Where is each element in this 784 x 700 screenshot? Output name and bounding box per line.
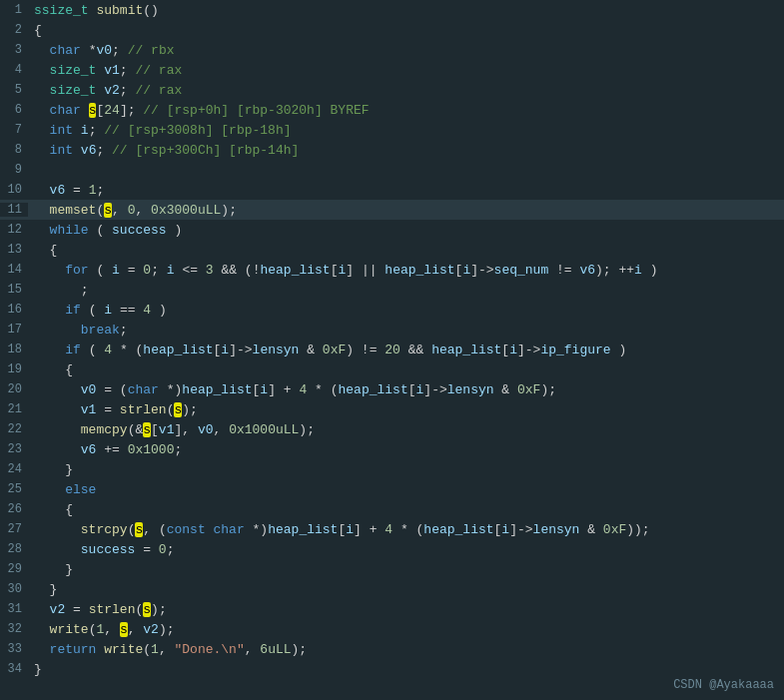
line-number: 22	[0, 422, 28, 436]
line-content: {	[28, 23, 784, 38]
line-number: 29	[0, 562, 28, 576]
line-content: v1 = strlen(s);	[28, 402, 784, 417]
code-line: 6 char s[24]; // [rsp+0h] [rbp-3020h] BY…	[0, 100, 784, 120]
line-content: else	[28, 482, 784, 497]
line-number: 32	[0, 622, 28, 636]
code-line: 34 }	[0, 659, 784, 679]
line-number: 9	[0, 163, 28, 177]
line-number: 2	[0, 23, 28, 37]
line-number: 18	[0, 343, 28, 356]
line-content: }	[28, 662, 784, 677]
code-line: 21 v1 = strlen(s);	[0, 399, 784, 419]
line-number: 8	[0, 143, 28, 157]
code-line: 25 else	[0, 479, 784, 499]
line-content: v6 = 1;	[28, 183, 784, 198]
line-content: int i; // [rsp+3008h] [rbp-18h]	[28, 123, 784, 138]
line-content: memset(s, 0, 0x3000uLL);	[28, 203, 784, 218]
code-line: 31 v2 = strlen(s);	[0, 599, 784, 619]
line-content: size_t v2; // rax	[28, 83, 784, 98]
code-line: 24 }	[0, 459, 784, 479]
line-number: 33	[0, 642, 28, 656]
line-number: 20	[0, 382, 28, 396]
line-number: 3	[0, 43, 28, 57]
code-line: 20 v0 = (char *)heap_list[i] + 4 * (heap…	[0, 379, 784, 399]
line-content: return write(1, "Done.\n", 6uLL);	[28, 642, 784, 657]
line-content	[28, 163, 784, 178]
line-content: v0 = (char *)heap_list[i] + 4 * (heap_li…	[28, 382, 784, 397]
line-content: for ( i = 0; i <= 3 && (!heap_list[i] ||…	[28, 263, 784, 278]
code-line: 17 break;	[0, 320, 784, 340]
code-line: 1 ssize_t submit()	[0, 0, 784, 20]
line-content: if ( i == 4 )	[28, 303, 784, 318]
line-content: strcpy(s, (const char *)heap_list[i] + 4…	[28, 522, 784, 537]
line-content: v6 += 0x1000;	[28, 442, 784, 457]
line-content: while ( success )	[28, 223, 784, 238]
line-content: v2 = strlen(s);	[28, 602, 784, 617]
code-line: 18 if ( 4 * (heap_list[i]->lensyn & 0xF)…	[0, 340, 784, 359]
code-line: 13 {	[0, 240, 784, 260]
code-line: 15 ;	[0, 280, 784, 300]
line-content: {	[28, 362, 784, 377]
line-number: 6	[0, 103, 28, 117]
line-number: 30	[0, 582, 28, 596]
code-line: 26 {	[0, 499, 784, 519]
line-number: 23	[0, 442, 28, 456]
code-line: 33 return write(1, "Done.\n", 6uLL);	[0, 639, 784, 659]
line-number: 4	[0, 63, 28, 77]
line-content: }	[28, 462, 784, 477]
code-line: 10 v6 = 1;	[0, 180, 784, 200]
line-number: 11	[0, 203, 28, 217]
line-number: 13	[0, 243, 28, 257]
line-number: 14	[0, 263, 28, 277]
code-line: 8 int v6; // [rsp+300Ch] [rbp-14h]	[0, 140, 784, 160]
code-line: 19 {	[0, 359, 784, 379]
line-number: 21	[0, 402, 28, 416]
line-number: 17	[0, 323, 28, 337]
code-line: 22 memcpy(&s[v1], v0, 0x1000uLL);	[0, 419, 784, 439]
line-number: 24	[0, 462, 28, 476]
line-number: 31	[0, 602, 28, 616]
line-content: memcpy(&s[v1], v0, 0x1000uLL);	[28, 422, 784, 437]
line-content: }	[28, 562, 784, 577]
code-line: 30 }	[0, 579, 784, 599]
line-number: 26	[0, 502, 28, 516]
code-line: 9	[0, 160, 784, 180]
code-line: 12 while ( success )	[0, 220, 784, 240]
line-number: 25	[0, 482, 28, 496]
line-content: char s[24]; // [rsp+0h] [rbp-3020h] BYRE…	[28, 103, 784, 118]
line-content: size_t v1; // rax	[28, 63, 784, 78]
line-content: write(1, s, v2);	[28, 622, 784, 637]
code-line: 32 write(1, s, v2);	[0, 619, 784, 639]
line-content: ;	[28, 283, 784, 298]
code-line: 7 int i; // [rsp+3008h] [rbp-18h]	[0, 120, 784, 140]
line-number: 10	[0, 183, 28, 197]
line-number: 7	[0, 123, 28, 137]
line-content: success = 0;	[28, 542, 784, 557]
code-line: 5 size_t v2; // rax	[0, 80, 784, 100]
line-content: int v6; // [rsp+300Ch] [rbp-14h]	[28, 143, 784, 158]
line-content: ssize_t submit()	[28, 3, 784, 18]
line-content: char *v0; // rbx	[28, 43, 784, 58]
code-line: 4 size_t v1; // rax	[0, 60, 784, 80]
line-number: 28	[0, 542, 28, 556]
line-content: break;	[28, 323, 784, 338]
line-content: {	[28, 502, 784, 517]
code-line: 29 }	[0, 559, 784, 579]
code-line: 27 strcpy(s, (const char *)heap_list[i] …	[0, 519, 784, 539]
line-number: 16	[0, 303, 28, 317]
line-number: 19	[0, 362, 28, 376]
code-line: 11 memset(s, 0, 0x3000uLL);	[0, 200, 784, 220]
code-line: 3 char *v0; // rbx	[0, 40, 784, 60]
line-number: 15	[0, 283, 28, 297]
code-container: 1 ssize_t submit() 2 { 3 char *v0; // rb…	[0, 0, 784, 700]
line-content: if ( 4 * (heap_list[i]->lensyn & 0xF) !=…	[28, 343, 784, 357]
code-line: 23 v6 += 0x1000;	[0, 439, 784, 459]
line-number: 5	[0, 83, 28, 97]
line-number: 27	[0, 522, 28, 536]
line-content: }	[28, 582, 784, 597]
code-line: 28 success = 0;	[0, 539, 784, 559]
code-line: 16 if ( i == 4 )	[0, 300, 784, 320]
line-content: {	[28, 243, 784, 258]
watermark: CSDN @Ayakaaaa	[673, 678, 774, 692]
line-number: 1	[0, 3, 28, 17]
